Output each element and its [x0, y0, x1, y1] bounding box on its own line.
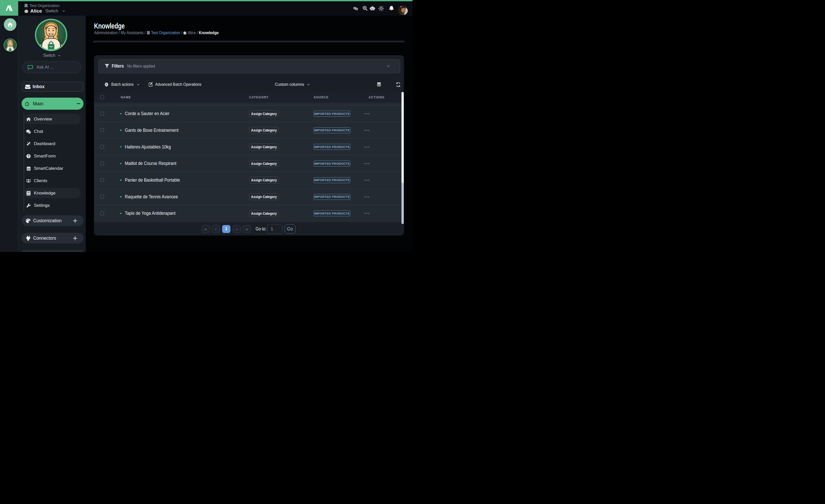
- svg-text:A: A: [354, 7, 356, 9]
